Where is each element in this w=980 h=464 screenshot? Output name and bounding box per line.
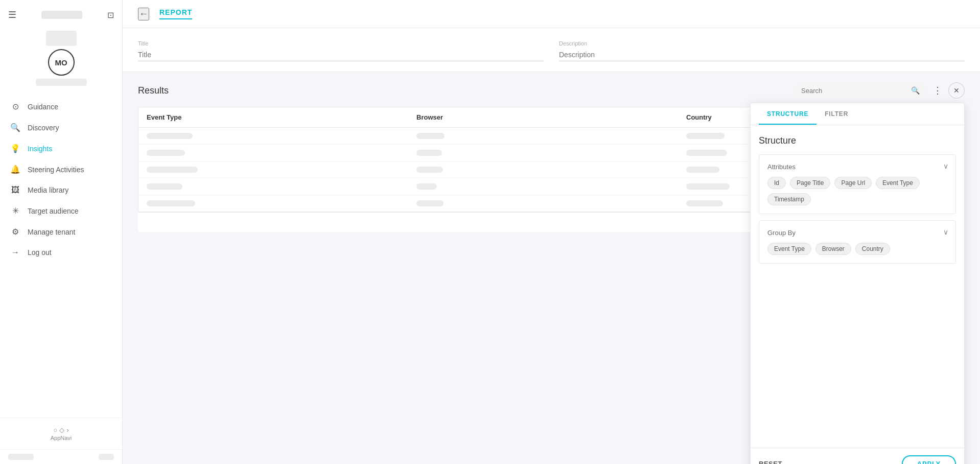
table-cell [147, 150, 416, 156]
back-button[interactable]: ← [138, 8, 149, 20]
appnavi-logo: ○ ◇ › AppNavi [10, 426, 112, 441]
sidebar-nav: ⊙Guidance🔍Discovery💡Insights🔔Steering Ac… [0, 94, 122, 417]
reset-button[interactable]: RESET [759, 460, 782, 464]
col-event-type: Event Type [147, 113, 416, 121]
avatar-name-blur [36, 79, 87, 86]
search-input[interactable] [801, 87, 907, 95]
bottom-blur-right [99, 454, 114, 460]
sidebar-footer: ○ ◇ › AppNavi [0, 417, 122, 449]
sidebar-top-blur [41, 11, 82, 19]
sidebar-label-log-out: Log out [28, 248, 52, 257]
results-header: Results 🔍 ⋮ ✕ [138, 82, 965, 99]
table-cell [416, 133, 686, 139]
panel-tabs: STRUCTURE FILTER [751, 103, 964, 125]
apply-button[interactable]: APPLY [902, 455, 956, 464]
topbar: ← REPORT [123, 0, 980, 28]
sidebar-label-media-library: Media library [28, 186, 68, 194]
inbox-icon[interactable]: ⊡ [107, 10, 114, 20]
results-area: Results 🔍 ⋮ ✕ Event Type Browser Country [123, 72, 980, 464]
group-by-group: Group By ∨ Event TypeBrowserCountry [759, 220, 956, 264]
group-by-chevron[interactable]: ∨ [943, 228, 948, 236]
table-cell [416, 167, 686, 173]
panel-content: Structure Attributes ∨ IdPage TitlePage … [751, 125, 964, 448]
groupby-chip-country[interactable]: Country [855, 243, 890, 255]
sidebar-label-manage-tenant: Manage tenant [28, 228, 75, 236]
hamburger-icon[interactable]: ☰ [8, 9, 16, 20]
steering-activities-icon: 🔔 [10, 165, 20, 174]
guidance-icon: ⊙ [10, 102, 20, 111]
sidebar-label-guidance: Guidance [28, 103, 58, 111]
attributes-chips: IdPage TitlePage UrlEvent TypeTimestamp [767, 177, 947, 205]
sidebar-label-insights: Insights [28, 145, 52, 153]
title-label: Title [138, 40, 544, 47]
table-cell [147, 167, 416, 173]
group-by-chips: Event TypeBrowserCountry [767, 243, 947, 255]
chip-timestamp[interactable]: Timestamp [767, 193, 811, 205]
description-input[interactable] [559, 49, 965, 61]
attributes-chevron[interactable]: ∨ [943, 162, 948, 170]
search-box: 🔍 [794, 83, 927, 98]
form-area: Title Description [123, 28, 980, 72]
attributes-label: Attributes [767, 163, 947, 171]
close-panel-button[interactable]: ✕ [948, 82, 965, 99]
arrow-icon: › [66, 426, 68, 434]
appnavi-label: AppNavi [51, 435, 72, 441]
results-actions: 🔍 ⋮ ✕ [794, 82, 965, 99]
bottom-blur-left [8, 454, 34, 460]
table-cell [416, 150, 686, 156]
search-icon: 🔍 [911, 86, 920, 95]
sidebar: ☰ ⊡ MO ⊙Guidance🔍Discovery💡Insights🔔Stee… [0, 0, 123, 464]
main-content: ← REPORT Title Description Results 🔍 ⋮ ✕ [123, 0, 980, 464]
chip-page-title[interactable]: Page Title [790, 177, 830, 189]
attributes-group: Attributes ∨ IdPage TitlePage UrlEvent T… [759, 154, 956, 214]
sidebar-item-log-out[interactable]: →Log out [0, 242, 122, 263]
tab-filter[interactable]: FILTER [816, 103, 856, 125]
sidebar-label-target-audience: Target audience [28, 207, 79, 215]
sidebar-item-insights[interactable]: 💡Insights [0, 138, 122, 159]
table-cell [147, 133, 416, 139]
panel-section-title: Structure [759, 135, 956, 146]
avatar-area: MO [0, 26, 122, 94]
manage-tenant-icon: ⚙ [10, 227, 20, 237]
insights-icon: 💡 [10, 144, 20, 153]
sidebar-item-guidance[interactable]: ⊙Guidance [0, 96, 122, 117]
avatar-top-blur [46, 31, 77, 46]
table-cell [416, 183, 686, 190]
diamond-icon: ◇ [59, 426, 64, 434]
sidebar-item-discovery[interactable]: 🔍Discovery [0, 117, 122, 138]
description-field: Description [559, 40, 965, 61]
sidebar-label-steering-activities: Steering Activities [28, 166, 84, 174]
title-field: Title [138, 40, 544, 61]
table-cell [416, 200, 686, 206]
table-cell [147, 200, 416, 206]
discovery-icon: 🔍 [10, 123, 20, 132]
sidebar-label-discovery: Discovery [28, 124, 59, 132]
more-options-button[interactable]: ⋮ [931, 83, 944, 98]
log-out-icon: → [10, 248, 20, 257]
sidebar-item-media-library[interactable]: 🖼Media library [0, 180, 122, 200]
chip-page-url[interactable]: Page Url [834, 177, 872, 189]
results-title: Results [138, 85, 169, 96]
sidebar-item-target-audience[interactable]: ✳Target audience [0, 200, 122, 221]
tab-structure[interactable]: STRUCTURE [759, 103, 816, 125]
col-browser: Browser [416, 113, 686, 121]
chip-event-type[interactable]: Event Type [876, 177, 920, 189]
avatar: MO [48, 49, 75, 76]
description-label: Description [559, 40, 965, 47]
sidebar-bottom-blur [0, 449, 122, 464]
sidebar-header: ☰ ⊡ [0, 0, 122, 26]
sidebar-item-manage-tenant[interactable]: ⚙Manage tenant [0, 221, 122, 242]
chip-id[interactable]: Id [767, 177, 786, 189]
group-by-label: Group By [767, 229, 947, 237]
circle-icon: ○ [53, 426, 57, 434]
groupby-chip-browser[interactable]: Browser [815, 243, 851, 255]
media-library-icon: 🖼 [10, 185, 20, 195]
title-input[interactable] [138, 49, 544, 61]
table-cell [147, 183, 416, 190]
target-audience-icon: ✳ [10, 206, 20, 216]
sidebar-item-steering-activities[interactable]: 🔔Steering Activities [0, 159, 122, 180]
report-tab[interactable]: REPORT [159, 8, 192, 19]
appnavi-icons-row: ○ ◇ › [53, 426, 68, 434]
groupby-chip-event-type[interactable]: Event Type [767, 243, 811, 255]
right-panel: STRUCTURE FILTER Structure Attributes ∨ … [750, 103, 965, 464]
